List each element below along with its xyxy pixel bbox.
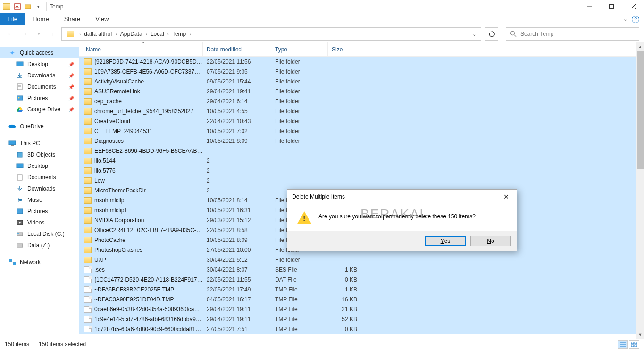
- search-box[interactable]: [506, 27, 639, 41]
- breadcrumb-segment[interactable]: Temp: [171, 31, 187, 37]
- drive-icon: [16, 151, 24, 158]
- up-button[interactable]: ↑: [47, 28, 59, 40]
- tab-share[interactable]: Share: [57, 13, 88, 25]
- column-type[interactable]: Type: [271, 42, 328, 56]
- back-button[interactable]: ←: [5, 28, 16, 40]
- file-row[interactable]: {9218FD9D-7421-4218-ACA9-90DCB5D70...22/…: [79, 57, 644, 66]
- sidebar-item[interactable]: Music: [0, 194, 79, 206]
- file-row[interactable]: lilo.51442: [79, 156, 644, 166]
- scroll-up-icon[interactable]: ▲: [636, 42, 644, 50]
- svg-rect-16: [11, 145, 14, 146]
- sidebar-item[interactable]: Local Disk (C:): [0, 228, 79, 240]
- sidebar-item[interactable]: Pictures📌: [0, 92, 79, 104]
- chevron-right-icon[interactable]: ›: [113, 32, 119, 37]
- file-row[interactable]: ASUSRemoteLink29/04/2021 19:41File folde…: [79, 86, 644, 96]
- dialog-close-button[interactable]: ✕: [501, 193, 512, 200]
- svg-rect-13: [17, 96, 23, 100]
- sidebar-item[interactable]: Google Drive📌: [0, 104, 79, 115]
- file-row[interactable]: EEF68CE2-8696-4BDD-96F5-B5CEAAB928...: [79, 146, 644, 156]
- vertical-scrollbar[interactable]: ▲ ▼: [636, 42, 644, 339]
- chevron-right-icon[interactable]: ›: [77, 32, 83, 37]
- sidebar-item[interactable]: Downloads📌: [0, 70, 79, 81]
- sidebar-item[interactable]: Downloads: [0, 183, 79, 194]
- ribbon-expand-icon[interactable]: ⌵: [624, 17, 627, 22]
- file-name: chrome_url_fetcher_9544_1958252027: [94, 108, 193, 115]
- scrollbar-thumb[interactable]: [637, 51, 644, 169]
- search-icon: [510, 31, 517, 37]
- search-input[interactable]: [520, 31, 635, 37]
- file-row[interactable]: 109A7385-CEFB-4E56-A06D-CFC7337A0C...07/…: [79, 66, 644, 76]
- file-row[interactable]: chrome_url_fetcher_9544_195825202710/05/…: [79, 106, 644, 116]
- sidebar-item[interactable]: Desktop📌: [0, 58, 79, 70]
- file-row[interactable]: {1CC14772-D520-4E20-A118-B224F917FD...22…: [79, 274, 644, 284]
- breadcrumb-segment[interactable]: daffa althof: [83, 31, 113, 37]
- qat-properties-icon[interactable]: [13, 2, 22, 11]
- file-row[interactable]: lilo.57762: [79, 166, 644, 175]
- chevron-right-icon[interactable]: ›: [187, 32, 193, 37]
- file-row[interactable]: Diagnostics10/05/2021 8:09File folder: [79, 136, 644, 146]
- tab-file[interactable]: File: [0, 13, 25, 25]
- file-name: PhotoshopCrashes: [94, 247, 142, 253]
- sidebar-network[interactable]: Network: [0, 257, 79, 268]
- column-name[interactable]: ⌃ Name: [84, 42, 203, 56]
- file-row[interactable]: CT_TEMP_24904453110/05/2021 7:02File fol…: [79, 126, 644, 136]
- file-icon: [84, 276, 92, 283]
- close-button[interactable]: [622, 0, 644, 13]
- file-row[interactable]: ~DFA6BCF83B2CE2025E.TMP22/05/2021 17:49T…: [79, 284, 644, 294]
- sidebar-item[interactable]: 3D Objects: [0, 149, 79, 160]
- drive-icon: [16, 196, 24, 204]
- file-row[interactable]: 1c9e4e14-5cd7-4786-afbf-683166dbba9c....…: [79, 314, 644, 324]
- no-button[interactable]: No: [470, 236, 511, 246]
- help-icon[interactable]: ?: [632, 16, 639, 23]
- file-row[interactable]: Low2: [79, 175, 644, 185]
- sidebar-item[interactable]: Data (Z:): [0, 240, 79, 251]
- minimize-button[interactable]: [579, 0, 601, 13]
- sidebar-item-label: Pictures: [27, 208, 48, 215]
- file-row[interactable]: .ses30/04/2021 8:07SES File1 KB: [79, 265, 644, 274]
- large-icons-view-icon[interactable]: [629, 340, 639, 349]
- yes-button[interactable]: Yes: [425, 236, 466, 246]
- qat-newfolder-icon[interactable]: [24, 2, 32, 11]
- warning-icon: [297, 211, 312, 226]
- scroll-down-icon[interactable]: ▼: [636, 331, 644, 339]
- breadcrumb-segment[interactable]: Local: [150, 31, 165, 37]
- status-selected-count: 150 items selected: [39, 341, 86, 348]
- refresh-button[interactable]: [485, 27, 498, 41]
- sidebar-onedrive[interactable]: OneDrive: [0, 121, 79, 132]
- qat-dropdown-icon[interactable]: ▾: [34, 2, 42, 11]
- details-view-icon[interactable]: [618, 340, 628, 349]
- dialog-titlebar[interactable]: Delete Multiple Items ✕: [287, 190, 517, 204]
- file-name: Low: [94, 177, 105, 184]
- sidebar-quick-access[interactable]: ✦ Quick access: [0, 47, 79, 58]
- folder-icon: [84, 118, 92, 125]
- chevron-right-icon[interactable]: ›: [143, 32, 150, 37]
- sidebar-item[interactable]: Videos: [0, 217, 79, 228]
- sidebar-item[interactable]: Pictures: [0, 206, 79, 217]
- recent-dropdown[interactable]: ▾: [33, 28, 44, 40]
- file-row[interactable]: cep_cache29/04/2021 6:14File folder: [79, 96, 644, 106]
- sidebar-item[interactable]: Documents📌: [0, 81, 79, 92]
- svg-rect-17: [17, 152, 22, 157]
- file-name: CreativeCloud: [94, 118, 130, 125]
- file-name: UXP: [94, 257, 106, 263]
- address-bar[interactable]: › daffa althof › AppData › Local › Temp …: [61, 27, 481, 41]
- breadcrumb-segment[interactable]: AppData: [119, 31, 143, 37]
- column-size[interactable]: Size: [328, 42, 361, 56]
- column-date[interactable]: Date modified: [203, 42, 271, 56]
- file-date: 2: [203, 167, 271, 174]
- file-row[interactable]: 0caeb6e9-0538-42d0-854a-5089360fca40....…: [79, 304, 644, 314]
- sidebar-item[interactable]: Documents: [0, 172, 79, 183]
- file-row[interactable]: 1c72b7b5-60a6-4d80-90c9-6600cdda81e1...2…: [79, 324, 644, 334]
- chevron-right-icon[interactable]: ›: [165, 32, 171, 37]
- file-row[interactable]: CreativeCloud22/04/2021 10:43File folder: [79, 116, 644, 126]
- address-dropdown-icon[interactable]: ⌄: [469, 32, 479, 37]
- sidebar-this-pc[interactable]: This PC: [0, 138, 79, 149]
- tab-view[interactable]: View: [88, 13, 116, 25]
- file-row[interactable]: ~DFAC3A90E9251DF04D.TMP04/05/2021 16:17T…: [79, 294, 644, 304]
- sidebar-item[interactable]: Desktop: [0, 160, 79, 172]
- file-row[interactable]: UXP30/04/2021 5:12File folder: [79, 255, 644, 265]
- maximize-button[interactable]: [601, 0, 622, 13]
- file-row[interactable]: ActivityVisualCache09/05/2021 15:44File …: [79, 76, 644, 86]
- forward-button[interactable]: →: [19, 28, 30, 40]
- tab-home[interactable]: Home: [25, 13, 57, 25]
